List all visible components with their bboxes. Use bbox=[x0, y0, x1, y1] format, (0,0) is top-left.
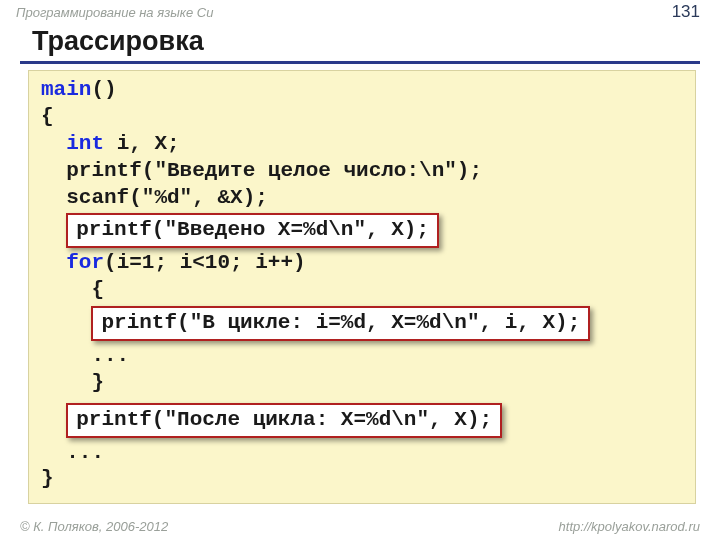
code-text: i, X; bbox=[104, 132, 180, 155]
highlight-box: printf("Введено X=%d\n", X); bbox=[66, 213, 439, 248]
code-line: for(i=1; i<10; i++) bbox=[41, 250, 683, 277]
code-text bbox=[41, 251, 66, 274]
code-line: printf("Введено X=%d\n", X); bbox=[41, 211, 683, 250]
highlight-box: printf("После цикла: X=%d\n", X); bbox=[66, 403, 502, 438]
code-line: ... bbox=[41, 440, 683, 467]
copyright: © К. Поляков, 2006-2012 bbox=[20, 519, 168, 534]
code-text: (i=1; i<10; i++) bbox=[104, 251, 306, 274]
kw-for: for bbox=[66, 251, 104, 274]
code-line: { bbox=[41, 277, 683, 304]
slide-title: Трассировка bbox=[0, 24, 720, 59]
code-text bbox=[41, 132, 66, 155]
highlight-box: printf("В цикле: i=%d, X=%d\n", i, X); bbox=[91, 306, 590, 341]
code-line: printf("Введите целое число:\n"); bbox=[41, 158, 683, 185]
code-text: () bbox=[91, 78, 116, 101]
slide: Программирование на языке Си 131 Трассир… bbox=[0, 0, 720, 540]
course-title: Программирование на языке Си bbox=[16, 5, 213, 20]
code-line: { bbox=[41, 104, 683, 131]
footer-url: http://kpolyakov.narod.ru bbox=[559, 519, 700, 534]
code-line: scanf("%d", &X); bbox=[41, 185, 683, 212]
code-line: } bbox=[41, 370, 683, 397]
code-block: main() { int i, X; printf("Введите целое… bbox=[28, 70, 696, 504]
code-line: main() bbox=[41, 77, 683, 104]
slide-header: Программирование на языке Си 131 bbox=[0, 0, 720, 24]
kw-main: main bbox=[41, 78, 91, 101]
code-line: } bbox=[41, 466, 683, 493]
title-divider bbox=[20, 61, 700, 64]
kw-int: int bbox=[66, 132, 104, 155]
code-line: int i, X; bbox=[41, 131, 683, 158]
page-number: 131 bbox=[672, 2, 700, 22]
code-line: ... bbox=[41, 343, 683, 370]
code-line: printf("После цикла: X=%d\n", X); bbox=[41, 401, 683, 440]
code-line: printf("В цикле: i=%d, X=%d\n", i, X); bbox=[41, 304, 683, 343]
slide-footer: © К. Поляков, 2006-2012 http://kpolyakov… bbox=[20, 519, 700, 534]
